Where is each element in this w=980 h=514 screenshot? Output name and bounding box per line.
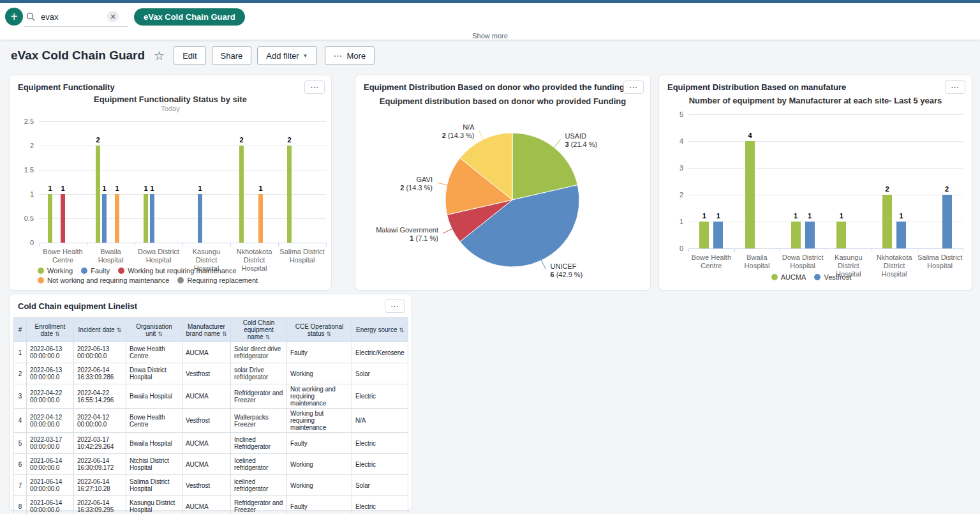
table-cell: Solar: [352, 363, 408, 384]
sort-icon[interactable]: ⇅: [117, 327, 122, 333]
clear-search-icon[interactable]: ✕: [107, 11, 119, 22]
table-cell: 2022-06-13 00:00:00.0: [27, 342, 74, 363]
table-cell: Bwaila Hospital: [126, 433, 182, 454]
table-row: 52022-03-17 00:00:00.02022-03-17 10:42:2…: [14, 433, 408, 454]
sort-icon[interactable]: ⇅: [327, 331, 332, 337]
new-dashboard-button[interactable]: +: [5, 8, 23, 26]
bar-faulty[interactable]: [150, 194, 154, 243]
bar-working[interactable]: [144, 194, 148, 243]
table-cell: 2022-03-17 00:00:00.0: [27, 433, 74, 454]
share-button[interactable]: Share: [212, 46, 252, 65]
pie-slice-value-label: 6 (42.9 %): [550, 271, 583, 278]
table-cell: 2022-04-12 00:00:00.0: [27, 409, 74, 433]
column-header-manufacturer-brand-name[interactable]: Manufacturer brand name⇅: [182, 318, 231, 342]
x-axis-category-label: Dowa DistrictHospital: [135, 248, 182, 264]
bar-faulty[interactable]: [198, 194, 202, 243]
table-cell: AUCMA: [182, 496, 231, 514]
row-number-cell: 6: [14, 454, 27, 475]
bar-aucma[interactable]: [699, 222, 709, 248]
bar-faulty[interactable]: [102, 194, 107, 243]
bar-vestfrost[interactable]: [942, 195, 952, 248]
star-icon[interactable]: ☆: [154, 49, 165, 63]
table-row: 22022-06-13 00:00:00.02022-06-14 16:33:0…: [14, 363, 408, 384]
bar-working-but-requiring-maintenance[interactable]: [61, 194, 65, 243]
bar-working[interactable]: [239, 146, 244, 243]
more-button-label: More: [347, 51, 366, 61]
pie-slice-label: N/A: [463, 123, 475, 131]
bar-working[interactable]: [96, 146, 100, 243]
row-number-cell: 3: [14, 384, 27, 409]
column-header-label: #: [19, 326, 22, 333]
sort-icon[interactable]: ⇅: [222, 331, 227, 337]
column-header-organisation-unit[interactable]: Organisation unit⇅: [126, 318, 182, 342]
column-header-cce-operational-status[interactable]: CCE Operational status⇅: [287, 318, 352, 342]
grid-line: [39, 194, 326, 195]
legend-label: AUCMA: [781, 273, 806, 281]
x-axis-tick: [780, 248, 780, 252]
bar-chart-manufacturer: 012345141121112Bowe HealthCentreBwaila H…: [659, 75, 972, 290]
bar-aucma[interactable]: [791, 222, 801, 248]
add-filter-button[interactable]: Add filter▼: [257, 46, 316, 65]
x-axis-tick: [230, 243, 231, 246]
bar-vestfrost[interactable]: [805, 222, 815, 248]
legend-label: Working: [47, 267, 73, 275]
bar-working[interactable]: [287, 146, 292, 243]
sort-icon[interactable]: ⇅: [55, 331, 60, 337]
y-axis-tick-label: 0: [11, 239, 34, 246]
x-axis-category-label: Dowa DistrictHospital: [780, 253, 826, 270]
panel-more-icon[interactable]: ⋯: [385, 299, 405, 313]
sort-icon[interactable]: ⇅: [265, 334, 271, 340]
bar-data-label: 2: [939, 185, 955, 193]
sort-icon[interactable]: ⇅: [158, 331, 163, 337]
table-cell: 2022-04-12 00:00:00.0: [74, 409, 126, 433]
dhis2-dashboard-app: + ✕ eVax Cold Chain Guard Show more eVax…: [0, 0, 980, 514]
bar-not-working-and-requiring-maintenance[interactable]: [258, 194, 263, 243]
search-input[interactable]: [40, 11, 107, 22]
sort-icon[interactable]: ⇅: [399, 327, 404, 333]
legend-dot-icon: [81, 268, 87, 274]
legend-label: Not working and requiring maintenance: [47, 276, 169, 284]
legend-item[interactable]: Not working and requiring maintenance: [38, 276, 169, 284]
table-cell: 2022-06-14 16:33:09.286: [74, 363, 126, 384]
show-more-button[interactable]: Show more: [472, 32, 508, 40]
x-axis-category-label: Salima DistrictHospital: [917, 253, 963, 270]
bar-aucma[interactable]: [745, 141, 755, 248]
column-header-incident-date[interactable]: Incident date⇅: [74, 318, 126, 342]
column-header-energy-source[interactable]: Energy source⇅: [352, 318, 408, 342]
bar-aucma[interactable]: [882, 195, 892, 248]
x-axis-category-label: Salima DistrictHospital: [278, 248, 326, 264]
table-cell: Solar: [352, 475, 408, 496]
legend-dot-icon: [118, 268, 124, 274]
legend-item[interactable]: Vestfrost: [814, 273, 851, 281]
legend-item[interactable]: Requiring replacement: [177, 276, 258, 284]
bar-working[interactable]: [48, 194, 52, 243]
table-cell: Electric: [352, 384, 408, 409]
column-header-cold-chain-equipment-name[interactable]: Cold Chain equipment name⇅: [231, 318, 287, 342]
table-cell: 2022-03-17 10:42:29.264: [74, 433, 126, 454]
y-axis-tick-label: 5: [660, 110, 683, 118]
y-axis-tick-label: 1.5: [11, 166, 34, 174]
legend-dot-icon: [814, 274, 820, 280]
table-cell: Solar direct drive refridgerator: [231, 342, 287, 363]
bar-vestfrost[interactable]: [713, 222, 723, 248]
bar-vestfrost[interactable]: [896, 222, 906, 248]
bar-not-working-and-requiring-maintenance[interactable]: [115, 194, 119, 243]
legend-item[interactable]: Faulty: [81, 267, 110, 275]
column-header-index: #: [14, 318, 27, 342]
pie-slice-value-label: 2 (14.3 %): [442, 132, 475, 139]
table-cell: 2021-06-14 00:00:00.0: [27, 496, 74, 514]
table-cell: 2022-04-22 16:55:14.296: [74, 384, 126, 409]
legend-item[interactable]: Working: [38, 267, 73, 275]
dashboard-chip[interactable]: eVax Cold Chain Guard: [134, 8, 245, 26]
bar-aucma[interactable]: [836, 222, 846, 248]
legend-item[interactable]: Working but requiring maintenance: [118, 267, 236, 275]
x-axis-tick: [826, 248, 826, 252]
table-cell: Electric: [352, 496, 408, 514]
bar-data-label: 1: [109, 185, 126, 192]
edit-button[interactable]: Edit: [174, 46, 205, 65]
legend-item[interactable]: AUCMA: [771, 273, 806, 281]
column-header-enrollment-date[interactable]: Enrollment date⇅: [27, 318, 74, 342]
panel-donor-distribution: Equipment Distribution Based on donor wh…: [355, 75, 651, 291]
y-axis-tick-label: 2: [660, 191, 683, 199]
more-button[interactable]: ⋯More: [325, 46, 375, 65]
